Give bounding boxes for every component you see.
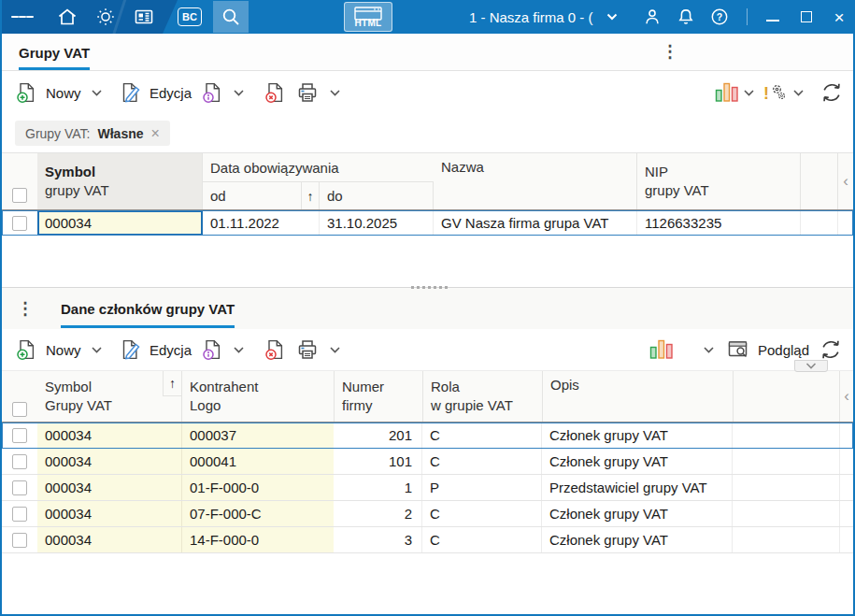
analysis-chart-button[interactable]	[649, 329, 674, 370]
col-header-symbol[interactable]: Symbol grupy VAT	[37, 153, 203, 209]
home-icon[interactable]	[56, 6, 78, 28]
col-header-nip[interactable]: NIP grupy VAT	[637, 153, 801, 209]
new-button[interactable]: Nowy	[15, 71, 102, 114]
cell-opis[interactable]: Przedstawiciel grupy VAT	[542, 475, 733, 500]
col-header-do[interactable]: do	[320, 181, 434, 209]
table-row[interactable]: 000034 000041 101 C Członek grupy VAT	[2, 449, 853, 475]
table-row[interactable]: 000034 14-F-000-0 3 C Członek grupy VAT	[2, 527, 853, 553]
master-toolbar: Nowy Edycja	[2, 71, 853, 114]
table-row[interactable]: 000034 01-F-000-0 1 P Przedstawiciel gru…	[2, 475, 853, 501]
detail-menu-kebab-icon[interactable]: ⋮	[17, 298, 34, 321]
cell-rola[interactable]: P	[422, 475, 542, 500]
filter-chip-close-icon[interactable]: ×	[151, 125, 160, 142]
assistant-sun-icon[interactable]	[94, 6, 117, 28]
col-header-symbol[interactable]: Symbol Grupy VAT	[37, 371, 163, 422]
table-row[interactable]: 000034 000037 201 C Członek grupy VAT	[2, 423, 853, 449]
cell-symbol[interactable]: 000034	[37, 527, 181, 552]
cell-kontrahent[interactable]: 14-F-000-0	[181, 527, 334, 552]
news-icon[interactable]	[133, 6, 155, 28]
cell-nip[interactable]: 1126633235	[637, 210, 801, 236]
close-button[interactable]: ×	[825, 0, 853, 34]
analysis-chart-button[interactable]	[715, 71, 739, 114]
cell-symbol[interactable]: 000034	[37, 210, 203, 236]
html-window-button[interactable]: HTML	[344, 2, 392, 32]
cell-rola[interactable]: C	[422, 449, 542, 474]
info-document-button[interactable]	[201, 329, 244, 370]
cell-numer[interactable]: 2	[334, 501, 422, 526]
col-header-rola[interactable]: Rola w grupie VAT	[422, 371, 542, 422]
row-checkbox[interactable]	[12, 428, 27, 443]
tab-dane-czlonkow[interactable]: Dane członków grupy VAT	[61, 288, 235, 330]
menu-icon[interactable]	[11, 6, 34, 28]
col-header-data-obowiazywania[interactable]: Data obowiązywania	[203, 153, 434, 181]
cell-kontrahent[interactable]: 000037	[181, 423, 334, 448]
sort-ascending-icon[interactable]: ↑	[301, 181, 320, 209]
delete-button[interactable]	[264, 71, 286, 114]
cell-nazwa[interactable]: GV Nasza firma grupa VAT	[434, 210, 637, 236]
cell-opis[interactable]: Członek grupy VAT	[542, 423, 733, 448]
cell-numer[interactable]: 201	[334, 423, 422, 448]
cell-kontrahent[interactable]: 07-F-000-C	[181, 501, 334, 526]
row-checkbox[interactable]	[12, 507, 27, 522]
cell-symbol[interactable]: 000034	[37, 501, 181, 526]
cell-rola[interactable]: C	[422, 501, 542, 526]
filter-chip[interactable]: Grupy VAT: Własne ×	[15, 121, 170, 146]
cell-symbol[interactable]: 000034	[37, 475, 181, 500]
cell-kontrahent[interactable]: 01-F-000-0	[181, 475, 334, 500]
bell-icon[interactable]	[675, 6, 697, 28]
cell-kontrahent[interactable]: 000041	[181, 449, 334, 474]
minimize-button[interactable]	[759, 0, 787, 34]
page-menu-kebab-icon[interactable]: ⋮	[662, 41, 678, 64]
bc-badge-icon[interactable]: BC	[178, 7, 202, 26]
refresh-button[interactable]	[819, 71, 844, 114]
cell-numer[interactable]: 101	[334, 449, 422, 474]
info-document-button[interactable]	[201, 71, 244, 114]
row-checkbox[interactable]	[12, 454, 27, 469]
master-table-row[interactable]: 000034 01.11.2022 31.10.2025 GV Nasza fi…	[2, 210, 853, 236]
select-all-checkbox[interactable]	[12, 402, 27, 417]
search-button[interactable]	[213, 1, 249, 33]
cell-do[interactable]: 31.10.2025	[320, 210, 434, 236]
new-button[interactable]: Nowy	[15, 329, 102, 370]
col-header-opis[interactable]: Opis	[542, 371, 733, 422]
cell-symbol[interactable]: 000034	[37, 449, 181, 474]
collapse-panel-icon[interactable]: ‹	[840, 371, 853, 422]
col-header-nazwa[interactable]: Nazwa	[434, 153, 637, 209]
select-all-checkbox[interactable]	[12, 188, 27, 203]
cell-rola[interactable]: C	[422, 527, 542, 552]
col-header-numer[interactable]: Numer firmy	[334, 371, 422, 422]
edit-button[interactable]: Edycja	[119, 71, 192, 114]
sort-ascending-icon[interactable]: ↑	[163, 371, 181, 396]
cell-symbol[interactable]: 000034	[37, 423, 181, 448]
collapse-panel-icon[interactable]: ‹	[838, 153, 853, 209]
delete-button[interactable]	[264, 329, 286, 370]
cell-opis[interactable]: Członek grupy VAT	[542, 527, 733, 552]
cell-od[interactable]: 01.11.2022	[203, 210, 320, 236]
row-checkbox[interactable]	[12, 533, 27, 548]
row-checkbox[interactable]	[12, 216, 27, 231]
cell-opis[interactable]: Członek grupy VAT	[542, 501, 733, 526]
table-row[interactable]: 000034 07-F-000-C 2 C Członek grupy VAT	[2, 501, 853, 527]
toolbar-expander-button[interactable]	[794, 360, 828, 372]
filter-chip-label: Grupy VAT:	[25, 126, 91, 141]
company-selector[interactable]: 1 - Nasza firma 0 - (	[469, 0, 618, 34]
col-header-od[interactable]: od	[203, 181, 301, 209]
col-header-kontrahent[interactable]: Kontrahent Logo	[181, 371, 334, 422]
print-button[interactable]	[295, 71, 340, 114]
chart-options-chevron[interactable]	[704, 329, 714, 370]
cell-opis[interactable]: Członek grupy VAT	[542, 449, 733, 474]
maximize-button[interactable]	[792, 0, 820, 34]
splitter-handle[interactable]	[411, 285, 449, 290]
tab-grupy-vat[interactable]: Grupy VAT	[19, 34, 90, 71]
operations-button[interactable]: !	[762, 71, 787, 114]
help-icon[interactable]: ?	[708, 6, 731, 28]
edit-button[interactable]: Edycja	[119, 329, 192, 370]
print-button[interactable]	[295, 329, 340, 370]
cell-numer[interactable]: 3	[334, 527, 422, 552]
cell-rola[interactable]: C	[422, 423, 542, 448]
operations-chevron[interactable]	[793, 71, 804, 114]
cell-numer[interactable]: 1	[334, 475, 422, 500]
row-checkbox[interactable]	[12, 480, 27, 495]
user-icon[interactable]	[641, 6, 663, 28]
chart-options-chevron[interactable]	[744, 71, 754, 114]
